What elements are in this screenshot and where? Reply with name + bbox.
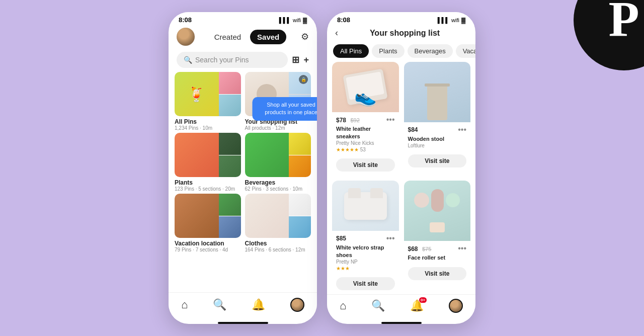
more-dots-1[interactable]: ••• (386, 115, 395, 124)
board-title-all-pins: All Pins (175, 118, 241, 125)
board-thumb-all-pins (175, 72, 241, 116)
board-item-vacation[interactable]: Vacation location 79 Pins · 7 sections ·… (175, 194, 241, 253)
product-image-4 (404, 181, 471, 241)
product-brand-1: Pretty Nice Kicks (336, 140, 395, 146)
side-bot-clothes (289, 216, 311, 238)
more-dots-4[interactable]: ••• (458, 244, 466, 253)
profile-header: Created Saved ⚙ (169, 26, 317, 50)
board-thumb-main-clothes (245, 194, 289, 238)
price-main-1: $78 (336, 117, 346, 124)
product-card-4[interactable]: $68 $75 ••• Face roller set Visit site (404, 181, 471, 294)
filter-tab-all-pins[interactable]: All Pins (333, 44, 369, 58)
add-icon[interactable]: + (303, 55, 309, 65)
home-indicator-1 (218, 322, 268, 324)
filter-icon[interactable]: ⊞ (292, 54, 299, 65)
settings-icon[interactable]: ⚙ (301, 31, 309, 42)
price-main-2: $84 (408, 126, 418, 133)
board-meta-beverages: 62 Pins · 3 sections · 10m (245, 186, 311, 192)
product-card-1[interactable]: $78 $92 ••• White leather sneakers Prett… (332, 62, 399, 176)
filter-tab-vacation[interactable]: Vacation (456, 44, 475, 58)
board-item-all-pins[interactable]: All Pins 1,234 Pins · 10m (175, 72, 241, 131)
board-thumb-side-beverages (289, 133, 311, 177)
nav-home-icon[interactable]: ⌂ (181, 298, 188, 311)
tab-created[interactable]: Created (209, 30, 246, 44)
nav-avatar[interactable] (290, 298, 304, 312)
product-name-4: Face roller set (408, 254, 467, 261)
board-thumb-main-plants (175, 133, 219, 177)
nav-search-icon-2[interactable]: 🔍 (371, 299, 385, 312)
board-thumb-side (219, 72, 241, 116)
page-title: Your shopping list (342, 29, 467, 38)
pinterest-logo-circle: P (574, 0, 644, 70)
status-time-2: 8:08 (337, 16, 350, 24)
visit-btn-1[interactable]: Visit site (336, 158, 395, 172)
nav-bell-icon[interactable]: 🔔 (252, 298, 265, 311)
battery-icon-2: ▓ (461, 17, 465, 23)
more-dots-2[interactable]: ••• (458, 125, 466, 134)
board-title-clothes: Clothes (245, 240, 311, 247)
product-info-4: $68 $75 ••• Face roller set (404, 241, 471, 264)
price-old-4: $75 (422, 246, 431, 252)
visit-btn-2[interactable]: Visit site (408, 154, 467, 167)
board-row-3: Vacation location 79 Pins · 7 sections ·… (175, 194, 311, 253)
home-indicator-2 (381, 322, 422, 324)
phone-2: 8:08 ▌▌▌ wifi ▓ ‹ Your shopping list All… (327, 12, 475, 324)
board-meta-shopping: All products · 12m (245, 125, 311, 131)
board-thumb-main (175, 72, 219, 116)
phone-1: 8:08 ▌▌▌ wifi ▓ Created Saved ⚙ 🔍 Search… (169, 12, 317, 324)
side-bot-beverages (289, 155, 311, 178)
side-top-clothes (289, 194, 311, 216)
price-row-1: $78 $92 ••• (336, 115, 395, 124)
board-title-beverages: Beverages (245, 179, 311, 186)
search-bar: 🔍 Search your Pins ⊞ + (169, 50, 317, 72)
product-name-3: White velcro strap shoes (336, 244, 395, 259)
filter-tab-beverages[interactable]: Beverages (408, 44, 453, 58)
tab-saved[interactable]: Saved (250, 30, 286, 44)
board-item-shopping[interactable]: 🔒 Your shopping list All products · 12m … (245, 72, 311, 131)
thumb-side-bot (219, 95, 241, 117)
notification-badge-wrap[interactable]: 🔔 0+ (410, 299, 424, 312)
product-stars-1: ★★★★★ 53 (336, 147, 395, 152)
board-row-2: Plants 123 Pins · 5 sections · 20m Bever… (175, 133, 311, 192)
search-icon: 🔍 (184, 56, 192, 64)
board-meta-all-pins: 1,234 Pins · 10m (175, 125, 241, 131)
product-stars-3: ★★★ (336, 266, 395, 271)
product-card-2[interactable]: $84 ••• Wooden stool Loftlure Visit site (404, 62, 471, 176)
product-card-3[interactable]: $85 ••• White velcro strap shoes Pretty … (332, 181, 399, 294)
board-thumb-main-vacation (175, 194, 219, 238)
battery-icon: ▓ (303, 17, 307, 23)
thumb-side-top (219, 72, 241, 94)
product-brand-3: Pretty NP (336, 259, 395, 265)
product-image-1 (332, 62, 399, 112)
product-name-1: White leather sneakers (336, 125, 395, 140)
price-old-1: $92 (350, 117, 359, 123)
board-thumb-vacation (175, 194, 241, 238)
board-item-beverages[interactable]: Beverages 62 Pins · 3 sections · 10m (245, 133, 311, 192)
board-item-plants[interactable]: Plants 123 Pins · 5 sections · 20m (175, 133, 241, 192)
status-icons-1: ▌▌▌ wifi ▓ (279, 17, 307, 23)
wifi-icon-2: wifi (451, 17, 459, 23)
board-item-clothes[interactable]: Clothes 164 Pins · 6 sections · 12m (245, 194, 311, 253)
visit-btn-3[interactable]: Visit site (336, 277, 395, 290)
user-avatar[interactable] (177, 28, 195, 46)
status-icons-2: ▌▌▌ wifi ▓ (438, 17, 465, 23)
nav-home-icon-2[interactable]: ⌂ (340, 299, 346, 312)
status-time-1: 8:08 (179, 16, 192, 24)
filter-tab-plants[interactable]: Plants (372, 44, 404, 58)
price-main-3: $85 (336, 235, 346, 242)
search-input-wrap[interactable]: 🔍 Search your Pins (177, 52, 288, 68)
nav-avatar-2[interactable] (449, 299, 463, 313)
visit-btn-4[interactable]: Visit site (408, 267, 467, 280)
status-bar-2: 8:08 ▌▌▌ wifi ▓ (327, 12, 475, 26)
board-meta-plants: 123 Pins · 5 sections · 20m (175, 186, 241, 192)
nav-search-icon[interactable]: 🔍 (213, 298, 226, 311)
price-block-1: $78 $92 (336, 115, 360, 124)
signal-icon: ▌▌▌ (279, 17, 291, 23)
more-dots-3[interactable]: ••• (386, 234, 395, 243)
header-tabs: Created Saved (209, 30, 287, 44)
phones-container: 8:08 ▌▌▌ wifi ▓ Created Saved ⚙ 🔍 Search… (169, 12, 475, 324)
side-top-vacation (219, 194, 241, 216)
filter-tabs: All Pins Plants Beverages Vacation C... (327, 42, 475, 62)
product-image-2 (404, 62, 471, 122)
back-button[interactable]: ‹ (335, 28, 338, 38)
